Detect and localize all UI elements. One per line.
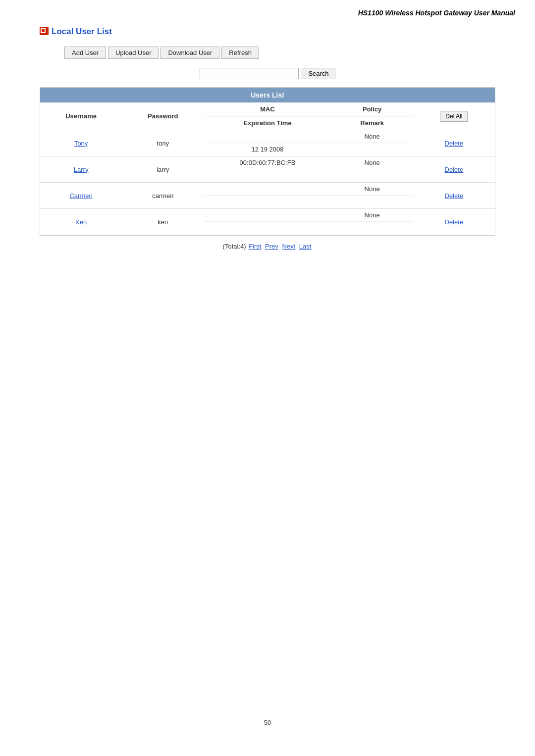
policy-value: None xyxy=(331,130,413,143)
expiration-value xyxy=(204,196,331,208)
search-input[interactable] xyxy=(200,68,299,79)
username-link[interactable]: Tony xyxy=(74,140,88,147)
mac-value: 00:0D:60:77:BC:FB xyxy=(204,156,331,169)
download-user-button[interactable]: Download User xyxy=(160,47,219,59)
search-button[interactable]: Search xyxy=(302,68,335,79)
upload-user-button[interactable]: Upload User xyxy=(108,47,159,59)
delete-cell: Delete xyxy=(413,183,495,209)
delete-cell: Delete xyxy=(413,130,495,156)
first-page-link[interactable]: First xyxy=(249,243,261,250)
next-page-link[interactable]: Next xyxy=(282,243,295,250)
policy-remark-cell: None xyxy=(331,183,413,209)
delete-link[interactable]: Delete xyxy=(445,192,464,200)
col-remark-header: Remark xyxy=(331,116,413,130)
prev-page-link[interactable]: Prev xyxy=(265,243,278,250)
col-policy-header: Policy xyxy=(331,102,413,116)
mac-value xyxy=(204,130,331,143)
table-header-bar: Users List xyxy=(40,88,495,102)
table-body: Tonytony12 19 2008NoneDeleteLarrylarry00… xyxy=(40,130,495,235)
username-link[interactable]: Carmen xyxy=(69,192,92,200)
delete-link[interactable]: Delete xyxy=(445,166,464,173)
mac-exp-cell: 12 19 2008 xyxy=(204,130,331,156)
delete-cell: Delete xyxy=(413,156,495,183)
mac-value xyxy=(204,183,331,196)
mac-exp-cell xyxy=(204,183,331,209)
remark-value xyxy=(331,196,413,208)
users-table: Username Password MAC Policy Del All Exp… xyxy=(40,102,495,235)
users-table-container: Users List Username Password MAC Policy … xyxy=(40,87,495,236)
table-row: Tonytony12 19 2008NoneDelete xyxy=(40,130,495,156)
password-cell: larry xyxy=(122,156,204,183)
remark-value xyxy=(331,143,413,156)
del-all-header: Del All xyxy=(413,102,495,130)
search-row: Search xyxy=(0,68,535,79)
expiration-value xyxy=(204,169,331,182)
column-header-row: Username Password MAC Policy Del All xyxy=(40,102,495,116)
username-link[interactable]: Larry xyxy=(74,166,89,173)
table-row: Larrylarry00:0D:60:77:BC:FBNoneDelete xyxy=(40,156,495,183)
toolbar: Add User Upload User Download User Refre… xyxy=(0,47,535,59)
policy-value: None xyxy=(331,209,413,222)
delete-link[interactable]: Delete xyxy=(445,218,464,226)
mac-exp-cell: 00:0D:60:77:BC:FB xyxy=(204,156,331,183)
policy-value: None xyxy=(331,156,413,169)
del-all-button[interactable]: Del All xyxy=(440,111,468,122)
manual-title: HS1100 Wireless Hotspot Gateway User Man… xyxy=(0,0,535,22)
mac-value xyxy=(204,209,331,222)
policy-remark-cell: None xyxy=(331,156,413,183)
expiration-value xyxy=(204,222,331,235)
page-number: 50 xyxy=(0,719,535,726)
add-user-button[interactable]: Add User xyxy=(64,47,106,59)
remark-value xyxy=(331,222,413,235)
password-cell: carmen xyxy=(122,183,204,209)
password-cell: ken xyxy=(122,209,204,235)
remark-value xyxy=(331,169,413,182)
username-cell: Carmen xyxy=(40,183,122,209)
col-username-header: Username xyxy=(40,102,122,130)
delete-link[interactable]: Delete xyxy=(445,140,464,147)
username-cell: Larry xyxy=(40,156,122,183)
total-count: (Total:4) xyxy=(223,243,246,250)
policy-remark-cell: None xyxy=(331,209,413,235)
table-row: KenkenNoneDelete xyxy=(40,209,495,235)
refresh-button[interactable]: Refresh xyxy=(221,47,259,59)
policy-remark-cell: None xyxy=(331,130,413,156)
username-cell: Ken xyxy=(40,209,122,235)
delete-cell: Delete xyxy=(413,209,495,235)
col-mac-header: MAC xyxy=(204,102,331,116)
password-cell: tony xyxy=(122,130,204,156)
username-link[interactable]: Ken xyxy=(75,218,87,226)
col-password-header: Password xyxy=(122,102,204,130)
section-title-text: Local User List xyxy=(52,27,112,37)
table-row: CarmencarmenNoneDelete xyxy=(40,183,495,209)
last-page-link[interactable]: Last xyxy=(299,243,312,250)
section-title: Local User List xyxy=(0,22,535,47)
expiration-value: 12 19 2008 xyxy=(204,143,331,156)
page-icon xyxy=(40,27,49,35)
pagination: (Total:4) First Prev Next Last xyxy=(0,236,535,260)
policy-value: None xyxy=(331,183,413,196)
username-cell: Tony xyxy=(40,130,122,156)
col-expiration-header: Expiration Time xyxy=(204,116,331,130)
mac-exp-cell xyxy=(204,209,331,235)
